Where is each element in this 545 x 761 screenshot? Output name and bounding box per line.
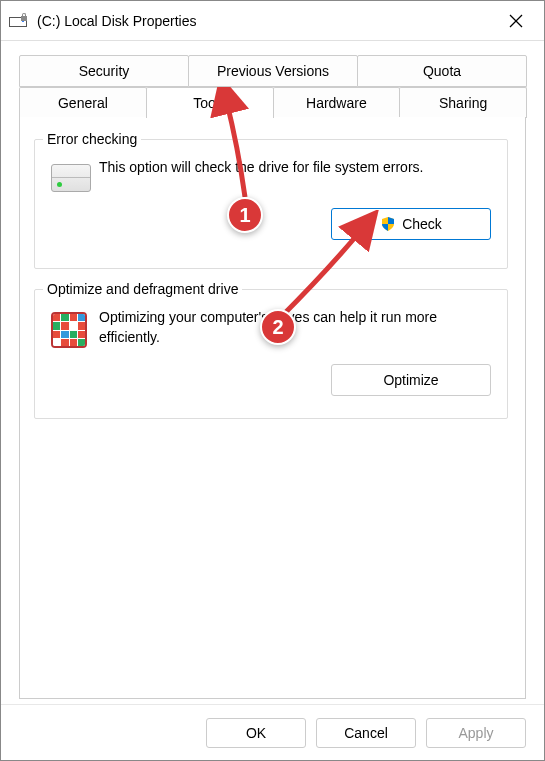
hdd-icon	[51, 158, 99, 192]
window-title: (C:) Local Disk Properties	[37, 13, 496, 29]
shield-icon	[380, 216, 396, 232]
check-button-label: Check	[402, 216, 442, 232]
group-optimize-label: Optimize and defragment drive	[43, 281, 242, 297]
cancel-button-label: Cancel	[344, 725, 388, 741]
tab-previous-versions[interactable]: Previous Versions	[188, 55, 358, 87]
ok-button-label: OK	[246, 725, 266, 741]
properties-window: (C:) Local Disk Properties Security Prev…	[0, 0, 545, 761]
dialog-footer: OK Cancel Apply	[1, 704, 544, 760]
apply-button-label: Apply	[458, 725, 493, 741]
group-optimize: Optimize and defragment drive Optim	[34, 289, 508, 419]
tab-quota[interactable]: Quota	[357, 55, 527, 87]
group-error-checking-label: Error checking	[43, 131, 141, 147]
error-checking-description: This option will check the drive for fil…	[99, 158, 491, 192]
tab-sharing[interactable]: Sharing	[399, 87, 527, 118]
content-area: Security Previous Versions Quota General…	[1, 41, 544, 704]
close-icon	[509, 14, 523, 28]
tab-strip: Security Previous Versions Quota General…	[19, 55, 526, 118]
close-button[interactable]	[496, 1, 536, 41]
tab-general[interactable]: General	[19, 87, 147, 118]
ok-button[interactable]: OK	[206, 718, 306, 748]
optimize-button-label: Optimize	[383, 372, 438, 388]
optimize-button[interactable]: Optimize	[331, 364, 491, 396]
defrag-icon	[51, 308, 99, 348]
titlebar: (C:) Local Disk Properties	[1, 1, 544, 41]
cancel-button[interactable]: Cancel	[316, 718, 416, 748]
tab-security[interactable]: Security	[19, 55, 189, 87]
drive-icon	[9, 13, 29, 29]
annotation-callout-2: 2	[260, 309, 296, 345]
group-error-checking: Error checking This option will check th…	[34, 139, 508, 269]
tab-panel-tools: Error checking This option will check th…	[19, 117, 526, 699]
tab-hardware[interactable]: Hardware	[273, 87, 401, 118]
check-button[interactable]: Check	[331, 208, 491, 240]
tab-tools[interactable]: Tools	[146, 87, 274, 118]
annotation-callout-1: 1	[227, 197, 263, 233]
apply-button[interactable]: Apply	[426, 718, 526, 748]
